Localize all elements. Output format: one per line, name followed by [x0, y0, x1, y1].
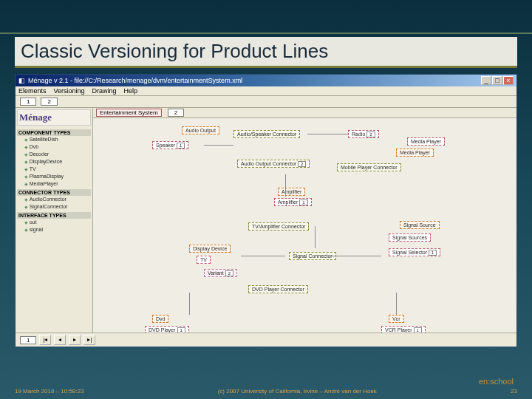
- tree-section-header: INTERFACE TYPES: [17, 212, 91, 219]
- connector-line: [204, 145, 233, 146]
- connector-line: [396, 293, 397, 315]
- app-icon: ◧: [18, 77, 25, 84]
- connector-line: [241, 256, 285, 256]
- connector-line: [189, 293, 190, 315]
- diagram-node-vcr-player[interactable]: VCR Player1: [381, 326, 426, 332]
- diagram-node-tv-amp-conn[interactable]: TV/Amplifier Connector: [248, 222, 309, 231]
- connector-line: [315, 226, 316, 248]
- node-version-badge: 1: [429, 250, 437, 256]
- bren-logo: en:school: [479, 377, 514, 386]
- menubar: Elements Versioning Drawing Help: [16, 86, 516, 96]
- tree-item[interactable]: DisplayDevice: [17, 158, 91, 166]
- prev-button[interactable]: ◂: [54, 335, 66, 345]
- diagram-node-display-device[interactable]: Display Device: [189, 245, 231, 253]
- diagram-node-vcr[interactable]: Vcr: [389, 315, 404, 323]
- menu-help[interactable]: Help: [124, 87, 138, 95]
- node-version-badge: 1: [414, 327, 422, 332]
- slide-title: Classic Versioning for Product Lines: [15, 37, 517, 68]
- tree-section-header: COMPONENT TYPES: [17, 129, 91, 136]
- topbar-num-1[interactable]: 1: [20, 98, 36, 106]
- window-title: Ménage v 2.1 - file://C:/Research/menage…: [28, 77, 480, 84]
- diagram-node-audio-output-conn[interactable]: Audio Output Connector2: [237, 160, 310, 168]
- last-button[interactable]: ▸|: [83, 335, 95, 345]
- window-titlebar: ◧ Ménage v 2.1 - file://C:/Research/mena…: [16, 75, 516, 86]
- diagram-node-audio-output[interactable]: Audio Output: [182, 126, 219, 134]
- diagram-node-media-player-box[interactable]: Media Player: [396, 149, 434, 157]
- diagram-node-dvd-player-conn[interactable]: DVD Player Connector: [248, 285, 308, 293]
- footer-page-number: 23: [511, 388, 517, 395]
- bottom-slider-value[interactable]: 1: [20, 336, 36, 344]
- node-version-badge: 2: [298, 161, 306, 167]
- node-version-badge: 2: [225, 270, 233, 276]
- diagram-node-amplifier2[interactable]: Amplifier1: [274, 198, 312, 206]
- diagram-node-dvd-player[interactable]: DVD Player1: [145, 326, 189, 332]
- tree-item[interactable]: PlasmaDisplay: [17, 173, 91, 180]
- diagram-node-mobile-player-conn[interactable]: Mobile Player Connector: [337, 163, 401, 171]
- footer-copyright: (c) 2007 University of California, Irvin…: [218, 388, 377, 395]
- diagram-node-radio[interactable]: Radio2: [348, 130, 379, 138]
- node-version-badge: 1: [177, 143, 185, 149]
- maximize-button[interactable]: □: [492, 76, 502, 85]
- diagram-node-variant[interactable]: Variant2: [204, 269, 237, 277]
- tree-item[interactable]: TV: [17, 166, 91, 173]
- tree-item[interactable]: MediaPlayer: [17, 180, 91, 188]
- diagram-canvas[interactable]: Entertainment System 2 Audio OutputSpeak…: [93, 108, 516, 332]
- tree-item[interactable]: signal: [17, 226, 91, 233]
- connector-line: [285, 174, 286, 197]
- node-version-badge: 1: [177, 327, 185, 332]
- tree-item[interactable]: out: [17, 219, 91, 226]
- diagram-node-media-player[interactable]: Media Player: [407, 137, 445, 146]
- diagram-node-signal-sources[interactable]: Signal Sources: [389, 233, 431, 242]
- canvas-header-num: 2: [168, 109, 184, 117]
- diagram-node-amplifier[interactable]: Amplifier: [278, 188, 305, 196]
- footer-date: 19 March 2018 – 10:58:23: [15, 388, 83, 395]
- node-version-badge: 1: [299, 200, 307, 205]
- canvas-header-label: Entertainment System: [96, 109, 162, 117]
- topbar-num-2[interactable]: 2: [41, 98, 57, 106]
- app-window: ◧ Ménage v 2.1 - file://C:/Research/mena…: [15, 74, 517, 347]
- diagram-node-speaker[interactable]: Speaker1: [152, 141, 188, 149]
- diagram-node-signal-selector[interactable]: Signal Selector1: [389, 248, 440, 256]
- menu-versioning[interactable]: Versioning: [54, 87, 85, 95]
- sidebar: Ménage COMPONENT TYPESSatelliteDishDvbDe…: [16, 108, 93, 332]
- menu-drawing[interactable]: Drawing: [92, 87, 117, 95]
- close-button[interactable]: ×: [503, 76, 514, 85]
- diagram-node-audio-speaker-conn[interactable]: Audio/Speaker Connector: [233, 130, 300, 138]
- tree-item[interactable]: Dvb: [17, 143, 91, 151]
- first-button[interactable]: |◂: [39, 335, 51, 345]
- tree-item[interactable]: AudioConnector: [17, 196, 91, 203]
- canvas-header: Entertainment System 2: [93, 108, 516, 118]
- diagram-node-dvd[interactable]: Dvd: [152, 315, 168, 323]
- minimize-button[interactable]: _: [481, 76, 491, 85]
- tree-item[interactable]: SatelliteDish: [17, 136, 91, 143]
- connector-line: [307, 134, 348, 134]
- top-toolbar: 1 2: [16, 96, 516, 108]
- next-button[interactable]: ▸: [69, 335, 81, 345]
- diagram-node-tv[interactable]: TV: [197, 256, 211, 264]
- tree-section-header: CONNECTOR TYPES: [17, 189, 91, 196]
- app-logo: Ménage: [17, 109, 91, 126]
- tree-item[interactable]: Decoder: [17, 151, 91, 158]
- bottom-toolbar: 1 |◂ ◂ ▸ ▸|: [16, 332, 516, 347]
- node-version-badge: 2: [366, 132, 375, 137]
- tree-item[interactable]: SignalConnector: [17, 203, 91, 211]
- connector-line: [330, 256, 381, 256]
- diagram-node-signal-source[interactable]: Signal Source: [400, 221, 440, 229]
- menu-elements[interactable]: Elements: [18, 87, 47, 95]
